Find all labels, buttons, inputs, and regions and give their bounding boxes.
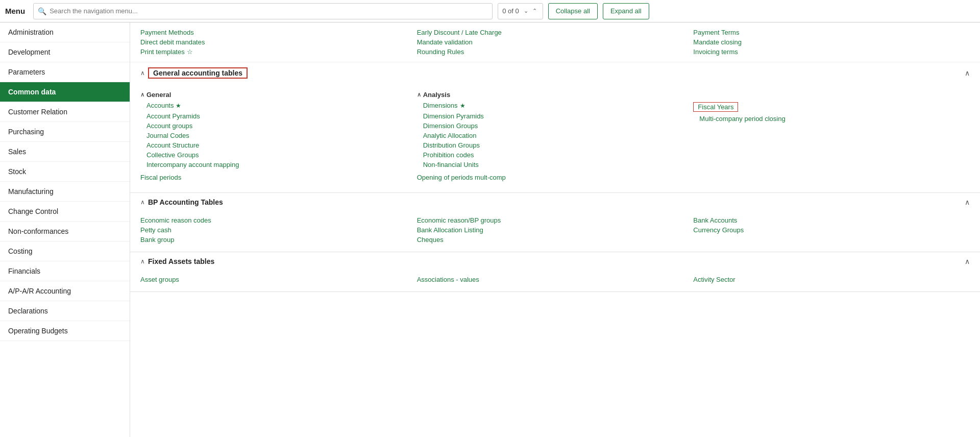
arrow-down-btn[interactable]: ⌄ (522, 7, 530, 15)
subsection-header-general: ∧ General (140, 88, 417, 101)
section-title-fixed-assets: Fixed Assets tables (148, 257, 214, 265)
link-account-structure[interactable]: Account Structure (140, 140, 417, 150)
link-currency-groups[interactable]: Currency Groups (693, 225, 970, 235)
link-opening-periods[interactable]: Opening of periods mult-comp (417, 169, 694, 182)
link-bank-allocation[interactable]: Bank Allocation Listing (417, 225, 694, 235)
search-input[interactable] (50, 7, 488, 15)
chevron-up-bp[interactable]: ∧ (140, 199, 145, 206)
link-direct-debit[interactable]: Direct debit mandates (140, 37, 417, 47)
link-multi-company-closing[interactable]: Multi-company period closing (693, 114, 970, 124)
link-mandate-validation[interactable]: Mandate validation (417, 37, 694, 47)
sidebar-item-customer-relation[interactable]: Customer Relation (0, 102, 130, 122)
link-account-pyramids[interactable]: Account Pyramids (140, 111, 417, 121)
subsection-general: ∧ General Accounts ★ Account Pyramids Ac… (140, 86, 417, 184)
bp-col-2: Economic reason/BP groups Bank Allocatio… (417, 213, 694, 247)
link-distribution-groups[interactable]: Distribution Groups (417, 140, 694, 150)
section-collapse-bp[interactable]: ∧ (965, 198, 970, 206)
link-mandate-closing[interactable]: Mandate closing (693, 37, 970, 47)
section-bp-accounting: ∧ BP Accounting Tables ∧ Economic reason… (130, 193, 980, 252)
sidebar-item-operating-budgets[interactable]: Operating Budgets (0, 321, 130, 341)
link-petty-cash[interactable]: Petty cash (140, 225, 417, 235)
link-fiscal-periods[interactable]: Fiscal periods (140, 169, 417, 182)
subsection-analysis: ∧ Analysis Dimensions ★ Dimension Pyrami… (417, 86, 694, 184)
section-title-row-bp: ∧ BP Accounting Tables (140, 198, 223, 206)
section-collapse-general[interactable]: ∧ (965, 69, 970, 77)
section-header-general-accounting: ∧ General accounting tables ∧ (130, 62, 980, 84)
sidebar-item-stock[interactable]: Stock (0, 162, 130, 182)
section-general-accounting: ∧ General accounting tables ∧ ∧ General … (130, 62, 980, 193)
link-early-discount[interactable]: Early Discount / Late Charge (417, 28, 694, 37)
general-accounting-grid: ∧ General Accounts ★ Account Pyramids Ac… (130, 84, 980, 192)
link-dimension-pyramids[interactable]: Dimension Pyramids (417, 111, 694, 121)
link-journal-codes[interactable]: Journal Codes (140, 131, 417, 140)
link-accounts[interactable]: Accounts (146, 101, 174, 110)
star-icon-dimensions: ★ (460, 102, 465, 109)
section-header-fixed-assets: ∧ Fixed Assets tables ∧ (130, 252, 980, 271)
link-collective-groups[interactable]: Collective Groups (140, 150, 417, 160)
sidebar-item-development[interactable]: Development (0, 42, 130, 62)
search-icon: 🔍 (38, 7, 46, 15)
sidebar-item-common-data[interactable]: Common data (0, 82, 130, 102)
sidebar-item-non-conformances[interactable]: Non-conformances (0, 222, 130, 241)
link-economic-reason-codes[interactable]: Economic reason codes (140, 215, 417, 225)
section-title-row: ∧ General accounting tables (140, 67, 248, 79)
link-asset-groups[interactable]: Asset groups (140, 275, 417, 284)
link-dimensions[interactable]: Dimensions (423, 101, 458, 110)
link-dimension-groups[interactable]: Dimension Groups (417, 121, 694, 131)
section-title-bp-accounting: BP Accounting Tables (148, 198, 223, 206)
sidebar-item-sales[interactable]: Sales (0, 142, 130, 162)
content-area: Payment Methods Direct debit mandates Pr… (130, 22, 980, 437)
fixed-col-2: Associations - values (417, 273, 694, 286)
section-fixed-assets: ∧ Fixed Assets tables ∧ Asset groups Ass… (130, 252, 980, 292)
chevron-up-general[interactable]: ∧ (140, 69, 145, 77)
sidebar-item-purchasing[interactable]: Purchasing (0, 122, 130, 142)
bp-col-3: Bank Accounts Currency Groups (693, 213, 970, 247)
link-print-templates[interactable]: Print templates (140, 47, 185, 57)
section-title-row-fixed: ∧ Fixed Assets tables (140, 257, 214, 265)
link-payment-terms[interactable]: Payment Terms (693, 28, 970, 37)
fixed-assets-grid: Asset groups Associations - values Activ… (130, 271, 980, 292)
sidebar-item-costing[interactable]: Costing (0, 241, 130, 261)
link-invoicing-terms[interactable]: Invoicing terms (693, 47, 970, 57)
star-icon-accounts: ★ (176, 102, 181, 109)
subsection-header-analysis: ∧ Analysis (417, 88, 694, 101)
col-fiscal: Fiscal Years Multi-company period closin… (693, 86, 970, 187)
section-collapse-fixed[interactable]: ∧ (965, 257, 970, 265)
link-rounding-rules[interactable]: Rounding Rules (417, 47, 694, 57)
bp-col-1: Economic reason codes Petty cash Bank gr… (140, 213, 417, 247)
link-fiscal-years[interactable]: Fiscal Years (698, 102, 733, 112)
top-links-row: Payment Methods Direct debit mandates Pr… (130, 22, 980, 62)
link-account-groups[interactable]: Account groups (140, 121, 417, 131)
sidebar-item-parameters[interactable]: Parameters (0, 62, 130, 82)
top-links-col-3: Payment Terms Mandate closing Invoicing … (693, 26, 970, 59)
chevron-up-fixed[interactable]: ∧ (140, 258, 145, 265)
link-non-financial-units[interactable]: Non-financial Units (417, 160, 694, 169)
sidebar: Administration Development Parameters Co… (0, 22, 130, 437)
section-title-general-accounting: General accounting tables (148, 67, 248, 79)
fixed-col-3: Activity Sector (693, 273, 970, 286)
sidebar-item-manufacturing[interactable]: Manufacturing (0, 182, 130, 202)
sidebar-item-declarations[interactable]: Declarations (0, 301, 130, 321)
link-economic-reason-bp-groups[interactable]: Economic reason/BP groups (417, 215, 694, 225)
fixed-col-1: Asset groups (140, 273, 417, 286)
link-activity-sector[interactable]: Activity Sector (693, 275, 970, 284)
search-counter: 0 of 0 ⌄ ⌃ (498, 3, 543, 19)
link-associations-values[interactable]: Associations - values (417, 275, 694, 284)
link-cheques[interactable]: Cheques (417, 235, 694, 245)
collapse-all-button[interactable]: Collapse all (548, 3, 598, 19)
sidebar-item-change-control[interactable]: Change Control (0, 202, 130, 222)
link-prohibition-codes[interactable]: Prohibition codes (417, 150, 694, 160)
sidebar-item-ap-ar-accounting[interactable]: A/P-A/R Accounting (0, 281, 130, 301)
star-icon-print-templates: ☆ (187, 48, 193, 56)
link-bank-group[interactable]: Bank group (140, 235, 417, 245)
link-intercompany-mapping[interactable]: Intercompany account mapping (140, 160, 417, 169)
link-bank-accounts[interactable]: Bank Accounts (693, 215, 970, 225)
link-payment-methods[interactable]: Payment Methods (140, 28, 417, 37)
expand-all-button[interactable]: Expand all (603, 3, 649, 19)
nav-arrows: ⌄ ⌃ (522, 7, 538, 15)
arrow-up-btn[interactable]: ⌃ (531, 7, 538, 15)
search-wrapper: 🔍 (33, 3, 493, 19)
sidebar-item-financials[interactable]: Financials (0, 261, 130, 281)
sidebar-item-administration[interactable]: Administration (0, 22, 130, 42)
link-analytic-allocation[interactable]: Analytic Allocation (417, 131, 694, 140)
